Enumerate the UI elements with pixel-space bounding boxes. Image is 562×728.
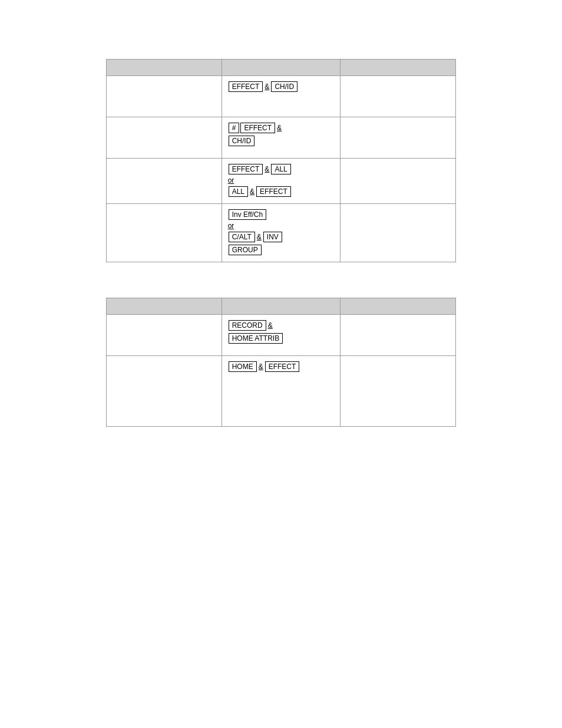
cell-col2: EFFECT&CH/ID — [222, 76, 340, 117]
cell-col3 — [340, 204, 456, 262]
ampersand: & — [277, 124, 282, 132]
table1-header-col1 — [107, 60, 222, 76]
table2-header-col1 — [107, 298, 222, 315]
table2-header-col2 — [222, 298, 340, 315]
ampersand: & — [268, 321, 273, 330]
cell-col3 — [340, 76, 456, 117]
key-button: ALL — [229, 186, 248, 197]
table1-header-col3 — [340, 60, 456, 76]
cell-col1 — [107, 356, 222, 427]
table-row: EFFECT&CH/ID — [107, 76, 456, 117]
cell-col1 — [107, 76, 222, 117]
cell-col3 — [340, 356, 456, 427]
cell-col1 — [107, 315, 222, 356]
cell-col3 — [340, 315, 456, 356]
key-button: INV — [263, 232, 282, 242]
key-button: EFFECT — [240, 123, 275, 133]
ampersand: & — [265, 165, 269, 173]
key-button: GROUP — [229, 245, 262, 255]
page-content: EFFECT&CH/ID#EFFECT&CH/IDEFFECT&ALLorALL… — [12, 12, 550, 486]
table-row: EFFECT&ALLorALL&EFFECT — [107, 159, 456, 204]
key-button: EFFECT — [229, 164, 263, 174]
cell-col1 — [107, 204, 222, 262]
cell-col2: Inv Eff/ChorC/ALT&INVGROUP — [222, 204, 340, 262]
cell-col3 — [340, 117, 456, 159]
cell-col1 — [107, 159, 222, 204]
key-button: Inv Eff/Ch — [229, 209, 266, 220]
table-row: HOME&EFFECT — [107, 356, 456, 427]
cell-col2: EFFECT&ALLorALL&EFFECT — [222, 159, 340, 204]
cell-col1 — [107, 117, 222, 159]
key-button: # — [229, 123, 240, 133]
key-button: EFFECT — [265, 361, 300, 372]
table-row: RECORD&HOME ATTRIB — [107, 315, 456, 356]
table2: RECORD&HOME ATTRIBHOME&EFFECT — [106, 298, 456, 427]
table1-container: EFFECT&CH/ID#EFFECT&CH/IDEFFECT&ALLorALL… — [106, 59, 456, 262]
table2-container: RECORD&HOME ATTRIBHOME&EFFECT — [106, 298, 456, 427]
table1: EFFECT&CH/ID#EFFECT&CH/IDEFFECT&ALLorALL… — [106, 59, 456, 262]
key-button: HOME ATTRIB — [229, 333, 283, 344]
cell-col3 — [340, 159, 456, 204]
key-button: EFFECT — [256, 186, 291, 197]
key-button: EFFECT — [229, 81, 263, 92]
ampersand: & — [259, 363, 263, 371]
key-button: ALL — [271, 164, 290, 174]
ampersand: & — [257, 233, 262, 241]
key-button: CH/ID — [271, 81, 297, 92]
cell-col2: #EFFECT&CH/ID — [222, 117, 340, 159]
ampersand: & — [250, 187, 254, 196]
table-row: Inv Eff/ChorC/ALT&INVGROUP — [107, 204, 456, 262]
key-button: C/ALT — [229, 232, 255, 242]
key-button: CH/ID — [229, 136, 255, 146]
key-button: RECORD — [229, 320, 266, 331]
ampersand: & — [265, 83, 269, 91]
table1-header-col2 — [222, 60, 340, 76]
key-button: HOME — [229, 361, 257, 372]
table2-header-col3 — [340, 298, 456, 315]
cell-col2: HOME&EFFECT — [222, 356, 340, 427]
cell-col2: RECORD&HOME ATTRIB — [222, 315, 340, 356]
table-row: #EFFECT&CH/ID — [107, 117, 456, 159]
